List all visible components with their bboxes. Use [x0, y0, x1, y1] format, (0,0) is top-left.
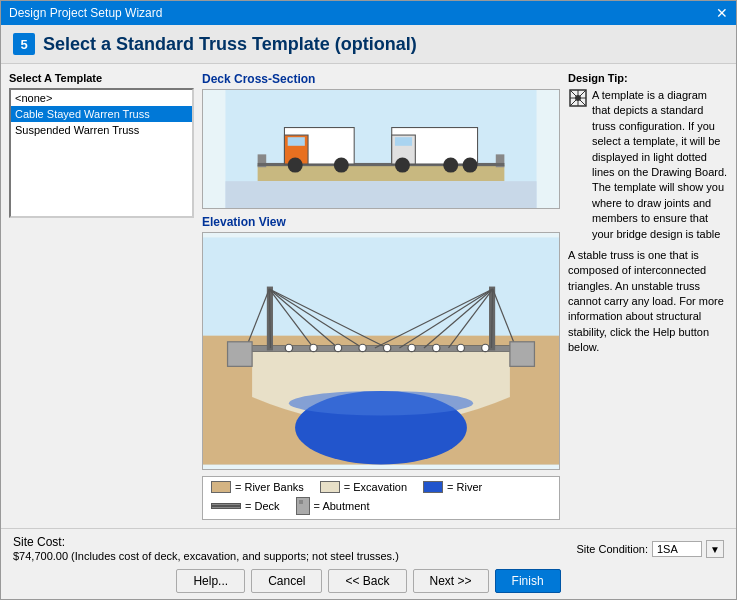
legend-label-deck: = Deck — [245, 500, 280, 512]
svg-rect-45 — [228, 342, 253, 367]
svg-point-44 — [482, 344, 489, 351]
svg-point-41 — [408, 344, 415, 351]
close-button[interactable]: ✕ — [716, 5, 728, 21]
design-tip-text-2: A stable truss is one that is composed o… — [568, 248, 728, 356]
site-condition-area: Site Condition: ▼ — [576, 540, 724, 558]
site-cost-label: Site Cost: — [13, 535, 65, 549]
legend-box-river — [423, 481, 443, 493]
legend-river-banks: = River Banks — [211, 481, 304, 493]
svg-point-20 — [289, 391, 473, 416]
window-title: Design Project Setup Wizard — [9, 6, 162, 20]
site-cost-area: Site Cost: $74,700.00 (Includes cost of … — [13, 535, 399, 563]
template-item-suspended[interactable]: Suspended Warren Truss — [11, 122, 192, 138]
legend-label-river: = River — [447, 481, 482, 493]
svg-point-15 — [463, 158, 478, 173]
footer: Site Cost: $74,700.00 (Includes cost of … — [1, 528, 736, 599]
legend-box-river-banks — [211, 481, 231, 493]
template-item-none[interactable]: <none> — [11, 90, 192, 106]
svg-point-40 — [383, 344, 390, 351]
legend-area: = River Banks = Excavation = River = Dec… — [202, 476, 560, 520]
template-list-label: Select A Template — [9, 72, 194, 84]
cross-section-diagram — [202, 89, 560, 209]
step-number: 5 — [13, 33, 35, 55]
cancel-button[interactable]: Cancel — [251, 569, 322, 593]
template-item-cable-stayed[interactable]: Cable Stayed Warren Truss — [11, 106, 192, 122]
svg-point-43 — [457, 344, 464, 351]
elevation-section: Elevation View — [202, 215, 560, 470]
elevation-diagram — [202, 232, 560, 470]
svg-rect-46 — [510, 342, 535, 367]
svg-point-39 — [359, 344, 366, 351]
legend-river: = River — [423, 481, 482, 493]
finish-button[interactable]: Finish — [495, 569, 561, 593]
svg-point-9 — [334, 158, 349, 173]
svg-rect-2 — [225, 181, 536, 208]
center-panel: Deck Cross-Section — [202, 72, 560, 520]
cross-section-label: Deck Cross-Section — [202, 72, 560, 86]
svg-rect-21 — [240, 345, 522, 351]
site-cost-value: $74,700.00 (Includes cost of deck, excav… — [13, 550, 399, 562]
svg-point-8 — [288, 158, 303, 173]
cross-section-section: Deck Cross-Section — [202, 72, 560, 209]
svg-point-36 — [285, 344, 292, 351]
svg-point-14 — [443, 158, 458, 173]
compass-icon — [568, 88, 588, 111]
legend-label-excavation: = Excavation — [344, 481, 407, 493]
step-title: Select a Standard Truss Template (option… — [43, 34, 417, 55]
template-list: <none> Cable Stayed Warren Truss Suspend… — [9, 88, 194, 218]
svg-point-13 — [395, 158, 410, 173]
title-bar: Design Project Setup Wizard ✕ — [1, 1, 736, 25]
main-content: Select A Template <none> Cable Stayed Wa… — [1, 64, 736, 528]
svg-rect-10 — [288, 137, 305, 146]
back-button[interactable]: << Back — [328, 569, 406, 593]
legend-box-excavation — [320, 481, 340, 493]
design-tip-text: A template is a diagram that depicts a s… — [592, 88, 728, 242]
design-tip-label: Design Tip: — [568, 72, 728, 84]
step-header: 5 Select a Standard Truss Template (opti… — [1, 25, 736, 64]
elevation-label: Elevation View — [202, 215, 560, 229]
svg-point-38 — [334, 344, 341, 351]
legend-box-deck — [211, 503, 241, 509]
legend-excavation: = Excavation — [320, 481, 407, 493]
svg-rect-16 — [395, 137, 412, 146]
legend-box-abutment — [296, 497, 310, 515]
legend-deck: = Deck — [211, 500, 280, 512]
site-condition-label: Site Condition: — [576, 543, 648, 555]
help-button[interactable]: Help... — [176, 569, 245, 593]
legend-abutment: = Abutment — [296, 497, 370, 515]
right-panel: Design Tip: A template is a diagram that… — [568, 72, 728, 520]
left-panel: Select A Template <none> Cable Stayed Wa… — [9, 72, 194, 520]
legend-label-abutment: = Abutment — [314, 500, 370, 512]
legend-label-river-banks: = River Banks — [235, 481, 304, 493]
site-condition-dropdown-button[interactable]: ▼ — [706, 540, 724, 558]
site-cost-row: Site Cost: $74,700.00 (Includes cost of … — [13, 535, 724, 563]
site-condition-input[interactable] — [652, 541, 702, 557]
next-button[interactable]: Next >> — [413, 569, 489, 593]
svg-point-42 — [433, 344, 440, 351]
buttons-row: Help... Cancel << Back Next >> Finish — [13, 569, 724, 593]
svg-point-52 — [575, 95, 581, 101]
main-window: Design Project Setup Wizard ✕ 5 Select a… — [0, 0, 737, 600]
svg-point-37 — [310, 344, 317, 351]
